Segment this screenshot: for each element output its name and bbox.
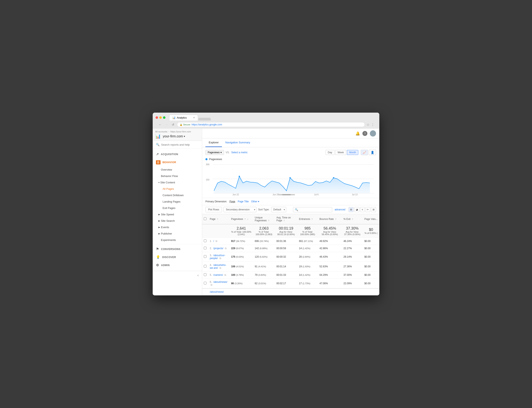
sidebar-item-events[interactable]: ▶ Events xyxy=(153,224,202,230)
pageviews-help-icon[interactable]: ? xyxy=(244,218,246,221)
bookmark-icon[interactable]: ☆ xyxy=(367,123,369,127)
row-3-copy-icon[interactable]: ⧉ xyxy=(220,257,221,260)
dimension-page[interactable]: Page xyxy=(229,200,235,203)
entrances-help-icon[interactable]: ? xyxy=(311,218,312,221)
avatar[interactable] xyxy=(370,130,376,136)
plot-rows-button[interactable]: Plot Rows xyxy=(205,207,222,212)
page-value-column-header[interactable]: Page Valu... xyxy=(363,214,379,224)
sidebar-item-site-speed[interactable]: ▶ Site Speed xyxy=(153,211,202,218)
pct-exit-help-icon[interactable]: ? xyxy=(352,218,353,221)
pie-chart-button[interactable]: ◕ xyxy=(354,207,359,212)
row-1-copy-icon[interactable]: ⧉ xyxy=(215,240,217,243)
sidebar-item-content-drilldown[interactable]: Content Drilldown xyxy=(153,192,202,198)
sidebar-collapse-button[interactable]: ‹ xyxy=(153,271,202,280)
partial-row-page-link[interactable]: /about/news/ xyxy=(210,290,224,293)
back-button[interactable]: ← xyxy=(158,123,163,127)
forward-button[interactable]: → xyxy=(164,123,169,127)
unique-pv-help-icon[interactable]: ? xyxy=(268,220,269,222)
row-1-checkbox[interactable] xyxy=(204,239,206,242)
close-traffic-light[interactable] xyxy=(156,116,158,119)
tab-close-button[interactable]: ✕ xyxy=(193,116,195,119)
bounce-rate-help-icon[interactable]: ? xyxy=(335,218,336,221)
select-metric-link[interactable]: Select a metric xyxy=(231,151,247,154)
table-row: 5. /careers/ ⧉ 100 (3.79%) 79 (3.83%) 00… xyxy=(202,272,379,279)
table-search-input[interactable] xyxy=(299,208,330,211)
entrances-column-header[interactable]: Entrances ? xyxy=(297,214,318,224)
advanced-link[interactable]: advanced xyxy=(335,208,345,211)
comparison-button[interactable]: ⊨ xyxy=(365,207,370,212)
sidebar-item-site-content[interactable]: ▾ Site Content xyxy=(153,179,202,186)
week-button[interactable]: Week xyxy=(335,150,346,155)
row-6-checkbox[interactable] xyxy=(204,282,206,284)
sidebar-item-site-search[interactable]: ▶ Site Search xyxy=(153,218,202,224)
row-2-copy-icon[interactable]: ⧉ xyxy=(225,247,227,250)
sidebar-item-acquisition[interactable]: ↗ ACQUISITION xyxy=(153,150,202,158)
sidebar-item-admin[interactable]: ⚙ ADMIN xyxy=(153,261,202,269)
dimension-other[interactable]: Other ▾ xyxy=(251,200,259,203)
line-chart-button[interactable]: 📈 xyxy=(361,150,368,155)
row-6-copy-icon[interactable]: ⧉ xyxy=(211,283,213,286)
sidebar-item-conversions[interactable]: ⚑ CONVERSIONS xyxy=(153,245,202,253)
row-6-page-link[interactable]: /about/news/ xyxy=(213,280,227,283)
maximize-traffic-light[interactable] xyxy=(163,116,165,119)
pct-exit-column-header[interactable]: % Exit ? xyxy=(342,214,363,224)
row-5-copy-icon[interactable]: ⧉ xyxy=(224,273,226,276)
row-4-copy-icon[interactable]: ⧉ xyxy=(220,266,221,269)
sidebar-item-landing-pages[interactable]: Landing Pages xyxy=(153,198,202,205)
page-column-header[interactable]: Page ? xyxy=(208,214,229,224)
table-search-icon: 🔍 xyxy=(295,208,298,211)
sidebar-item-exit-pages[interactable]: Exit Pages xyxy=(153,205,202,211)
search-input[interactable] xyxy=(161,143,199,146)
row-2-page-link[interactable]: /projects/ xyxy=(213,247,223,250)
sidebar-item-all-pages[interactable]: All Pages xyxy=(153,186,202,192)
secondary-dimension-select[interactable]: Secondary dimension xyxy=(224,207,256,212)
active-browser-tab[interactable]: 📊 Analytics ✕ xyxy=(169,115,198,120)
row-1-page-link[interactable]: / xyxy=(213,240,214,243)
browser-menu-icon[interactable]: ⋮ xyxy=(371,123,374,127)
month-button[interactable]: Month xyxy=(347,150,358,155)
page-help-icon[interactable]: ? xyxy=(217,218,218,221)
sidebar-item-overview[interactable]: Overview xyxy=(153,166,202,173)
minimize-traffic-light[interactable] xyxy=(159,116,162,119)
avg-time-help-icon[interactable]: ? xyxy=(284,220,285,222)
pageviews-column-header[interactable]: Pageviews ? ↓ xyxy=(229,214,253,224)
sidebar-search-bar[interactable]: 🔍 xyxy=(153,141,202,149)
select-all-header[interactable] xyxy=(202,214,208,224)
avg-time-column-header[interactable]: Avg. Time onPage ? xyxy=(275,214,297,224)
row-2-checkbox[interactable] xyxy=(204,247,206,249)
help-icon[interactable]: ? xyxy=(362,131,367,136)
unique-pv-column-header[interactable]: UniquePageviews ? xyxy=(253,214,275,224)
dimension-page-title[interactable]: Page Title xyxy=(238,200,249,203)
account-name[interactable]: your-firm.com ▾ xyxy=(163,135,185,138)
row-5-page-link[interactable]: /careers/ xyxy=(213,273,223,276)
metric-selector-pill[interactable]: Pageviews ▾ xyxy=(205,150,224,155)
row-3-checkbox[interactable] xyxy=(204,255,206,258)
breadcrumb-all-accounts[interactable]: All accounts xyxy=(155,130,167,133)
inactive-browser-tab[interactable] xyxy=(198,118,211,120)
breadcrumb-domain[interactable]: https://your-firm.com xyxy=(170,130,191,133)
notifications-icon[interactable]: 🔔 xyxy=(355,131,360,136)
bar-chart-button[interactable]: 👤 xyxy=(369,150,376,155)
sidebar-item-experiments[interactable]: Experiments xyxy=(153,237,202,243)
row-5-checkbox[interactable] xyxy=(204,273,206,276)
select-all-checkbox[interactable] xyxy=(204,217,206,220)
sidebar-item-behavior-flow[interactable]: Behavior Flow xyxy=(153,173,202,179)
table-search-box[interactable]: 🔍 xyxy=(293,207,332,212)
day-button[interactable]: Day xyxy=(326,150,334,155)
row-4-page-link[interactable]: /about/who-we-are/ xyxy=(210,264,226,269)
url-bar[interactable]: https://analytics.google.com xyxy=(192,123,222,126)
row-3-page-link[interactable]: /about/our-people/ xyxy=(210,254,225,260)
pivot-button[interactable]: ⊞ xyxy=(371,207,376,212)
tab-explorer[interactable]: Explorer xyxy=(205,138,222,147)
sidebar-item-publisher[interactable]: ▶ Publisher xyxy=(153,230,202,237)
list-view-button[interactable]: ≡ xyxy=(360,207,364,212)
bounce-rate-column-header[interactable]: Bounce Rate ? xyxy=(318,214,342,224)
reload-button[interactable]: ↺ xyxy=(171,123,175,127)
grid-view-button[interactable]: ⊞ xyxy=(349,207,353,212)
sidebar-item-behavior[interactable]: ☰ BEHAVIOR xyxy=(153,158,202,166)
sidebar-item-discover[interactable]: 💡 DISCOVER xyxy=(153,253,202,261)
row-4-checkbox[interactable] xyxy=(204,265,206,268)
sort-type-select[interactable]: Default xyxy=(271,207,286,212)
bar-chart-icon: 👤 xyxy=(371,151,374,154)
tab-navigation-summary[interactable]: Navigation Summary xyxy=(222,138,254,147)
